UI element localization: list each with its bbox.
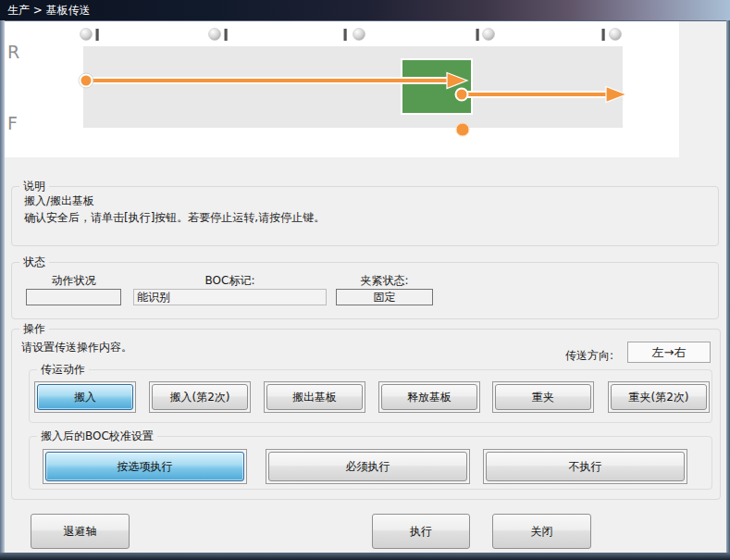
reclamp-2nd-button-frame: 重夹(第2次) <box>608 381 710 413</box>
titlebar: 生产 > 基板传送 <box>0 0 730 20</box>
conveyor-diagram: R F <box>0 20 730 180</box>
sensor-pin <box>96 29 99 41</box>
transfer-actions-groupbox: 传运动作 搬入 搬入(第2次) 搬出基板 释放基板 重夹 重夹(第2次) <box>29 369 712 423</box>
sensor-pin <box>344 29 347 41</box>
execute-button[interactable]: 执行 <box>372 514 470 549</box>
operation-groupbox: 操作 请设置传送操作内容。 传送方向: 左→右 传运动作 搬入 搬入(第2次) … <box>11 329 721 500</box>
sensor-pin <box>476 29 479 41</box>
clamp-status-value: 固定 <box>336 289 433 305</box>
operation-instruction: 请设置传送操作内容。 <box>21 340 132 355</box>
sensor-circle <box>353 29 365 41</box>
transfer-actions-legend: 传运动作 <box>37 362 89 378</box>
clamp-status-label: 夹紧状态: <box>336 273 433 289</box>
sensor-pin <box>602 29 605 41</box>
retract-axis-button[interactable]: 退避轴 <box>31 514 130 549</box>
boc-calibration-legend: 搬入后的BOC校准设置 <box>37 429 157 444</box>
direction-label: 传送方向: <box>565 348 613 364</box>
board-stop-dot <box>456 123 469 136</box>
sensor-circle <box>209 29 221 41</box>
window-bottom-border <box>0 553 730 560</box>
sensor-circle <box>80 29 93 41</box>
direction-value: 左→右 <box>627 342 711 363</box>
carry-out-board-button-frame: 搬出基板 <box>264 381 365 413</box>
description-line-1: 搬入/搬出基板 <box>24 193 94 209</box>
description-groupbox: 说明 搬入/搬出基板 确认安全后，请单击[执行]按钮。若要停止运转,请按停止键。 <box>11 186 719 246</box>
reclamp-button-frame: 重夹 <box>492 381 594 413</box>
carry-in-button-frame: 搬入 <box>34 381 136 413</box>
front-label: F <box>7 113 18 133</box>
sensor-circle <box>483 29 495 41</box>
breadcrumb: 生产 > 基板传送 <box>7 4 91 17</box>
sensor-pin <box>225 29 228 41</box>
board-transfer-dialog: 生产 > 基板传送 R F <box>0 0 730 560</box>
carry-in-2nd-button[interactable]: 搬入(第2次) <box>152 384 248 410</box>
per-option-button[interactable]: 按选项执行 <box>45 452 244 481</box>
must-execute-button-frame: 必须执行 <box>266 449 470 484</box>
sensor-circle <box>610 29 622 41</box>
boc-calibration-groupbox: 搬入后的BOC校准设置 按选项执行 必须执行 不执行 <box>29 436 712 490</box>
no-execute-button[interactable]: 不执行 <box>486 452 685 481</box>
status-legend: 状态 <box>19 255 49 270</box>
operation-legend: 操作 <box>19 321 49 337</box>
status-groupbox: 状态 动作状况 BOC标记: 能识别 夹紧状态: 固定 <box>11 262 719 319</box>
reclamp-button[interactable]: 重夹 <box>495 384 591 410</box>
arrow-start-dot <box>80 75 93 87</box>
release-board-button-frame: 释放基板 <box>378 381 480 413</box>
rear-label: R <box>7 42 19 62</box>
reclamp-2nd-button[interactable]: 重夹(第2次) <box>611 384 707 410</box>
no-execute-button-frame: 不执行 <box>483 449 687 484</box>
arrow-start-dot <box>456 89 468 101</box>
release-board-button[interactable]: 释放基板 <box>381 384 477 410</box>
close-button[interactable]: 关闭 <box>492 514 591 549</box>
boc-mark-value: 能识别 <box>133 289 327 305</box>
conveyor-band <box>83 46 623 128</box>
action-status-label: 动作状况 <box>26 273 121 289</box>
carry-out-board-button[interactable]: 搬出基板 <box>266 384 363 410</box>
per-option-button-frame: 按选项执行 <box>43 449 247 484</box>
must-execute-button[interactable]: 必须执行 <box>268 452 467 481</box>
boc-mark-label: BOC标记: <box>133 273 327 289</box>
description-legend: 说明 <box>19 179 49 194</box>
description-line-2: 确认安全后，请单击[执行]按钮。若要停止运转,请按停止键。 <box>24 210 325 226</box>
carry-in-button[interactable]: 搬入 <box>37 384 133 410</box>
carry-in-2nd-button-frame: 搬入(第2次) <box>149 381 251 413</box>
action-status-value <box>26 289 121 305</box>
board-rect <box>402 59 472 114</box>
